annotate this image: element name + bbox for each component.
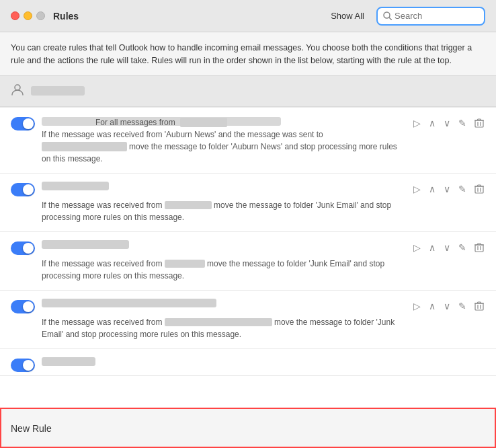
rule-name-5 [42, 357, 95, 366]
move-down-button-1[interactable]: ∨ [442, 117, 452, 129]
move-down-button-4[interactable]: ∨ [442, 300, 452, 312]
edit-rule-button-3[interactable]: ✎ [457, 241, 468, 254]
delete-rule-button-4[interactable] [473, 300, 485, 313]
search-box[interactable] [376, 7, 485, 26]
person-icon [11, 83, 24, 100]
window-controls [11, 11, 45, 20]
edit-rule-button-2[interactable]: ✎ [457, 183, 468, 195]
close-button[interactable] [11, 11, 19, 20]
footer: New Rule [0, 408, 496, 448]
account-email [31, 86, 85, 96]
rule-actions-2: ▷ ∧ ∨ ✎ [412, 182, 485, 196]
delete-rule-button-1[interactable] [473, 117, 485, 130]
move-up-button-2[interactable]: ∧ [427, 183, 437, 195]
svg-rect-11 [475, 245, 483, 252]
move-down-button-3[interactable]: ∨ [442, 241, 452, 254]
main-content: You can create rules that tell Outlook h… [0, 32, 496, 408]
rules-list[interactable]: For all messages from ··· If the message… [0, 107, 496, 408]
rule-content-4: If the message was received from move th… [42, 299, 405, 340]
rule-name-3 [42, 240, 129, 249]
rule-item: For all messages from ··· If the message… [0, 107, 496, 174]
svg-line-1 [389, 17, 392, 20]
svg-rect-3 [475, 120, 483, 127]
search-input[interactable] [395, 11, 479, 21]
search-icon [383, 11, 392, 20]
svg-point-2 [15, 85, 20, 90]
rule-toggle-4[interactable] [11, 300, 35, 313]
window-title: Rules [53, 11, 327, 22]
rule-toggle-2[interactable] [11, 183, 35, 196]
rule-name-1: For all messages from ··· [42, 117, 281, 126]
rule-desc-3: If the message was received from move th… [42, 258, 405, 282]
minimize-button[interactable] [24, 11, 32, 20]
move-down-button-2[interactable]: ∨ [442, 183, 452, 195]
rule-content-1: For all messages from ··· If the message… [42, 116, 405, 165]
rule-item-4: If the message was received from move th… [0, 291, 496, 349]
rule-content-5 [42, 357, 485, 371]
edit-rule-button-4[interactable]: ✎ [457, 300, 468, 312]
rule-toggle-1[interactable] [11, 117, 35, 130]
rule-name-4 [42, 299, 216, 307]
rule-item-3: If the message was received from move th… [0, 232, 496, 291]
rule-item-5 [0, 349, 496, 376]
run-rule-button-3[interactable]: ▷ [412, 241, 422, 254]
svg-rect-7 [475, 186, 483, 193]
run-rule-button-1[interactable]: ▷ [412, 117, 422, 129]
rule-actions-1: ▷ ∧ ∨ ✎ [412, 116, 485, 130]
title-bar: Rules Show All [0, 0, 496, 32]
delete-rule-button-2[interactable] [473, 183, 485, 196]
move-up-button-1[interactable]: ∧ [427, 117, 437, 129]
rule-actions-4: ▷ ∧ ∨ ✎ [412, 299, 485, 313]
new-rule-button[interactable]: New Rule [11, 420, 52, 437]
account-row [0, 75, 496, 107]
move-up-button-3[interactable]: ∧ [427, 241, 437, 254]
rule-desc-2: If the message was received from move th… [42, 199, 405, 223]
rule-content-2: If the message was received from move th… [42, 182, 405, 223]
rule-actions-3: ▷ ∧ ∨ ✎ [412, 240, 485, 255]
rule-toggle-3[interactable] [11, 241, 35, 255]
maximize-button[interactable] [36, 11, 45, 20]
show-all-button[interactable]: Show All [327, 9, 368, 22]
rule-name-2 [42, 182, 109, 190]
edit-rule-button-1[interactable]: ✎ [457, 117, 468, 129]
rule-desc-1: If the message was received from 'Auburn… [42, 128, 405, 165]
run-rule-button-4[interactable]: ▷ [412, 300, 422, 312]
description-text: You can create rules that tell Outlook h… [0, 32, 496, 75]
rule-content-3: If the message was received from move th… [42, 240, 405, 282]
rule-desc-4: If the message was received from move th… [42, 316, 405, 340]
rule-toggle-5[interactable] [11, 359, 35, 372]
run-rule-button-2[interactable]: ▷ [412, 183, 422, 195]
delete-rule-button-3[interactable] [473, 241, 485, 255]
rule-item-2: If the message was received from move th… [0, 174, 496, 232]
title-bar-right: Show All [327, 7, 485, 26]
move-up-button-4[interactable]: ∧ [427, 300, 437, 312]
svg-rect-15 [475, 303, 483, 310]
